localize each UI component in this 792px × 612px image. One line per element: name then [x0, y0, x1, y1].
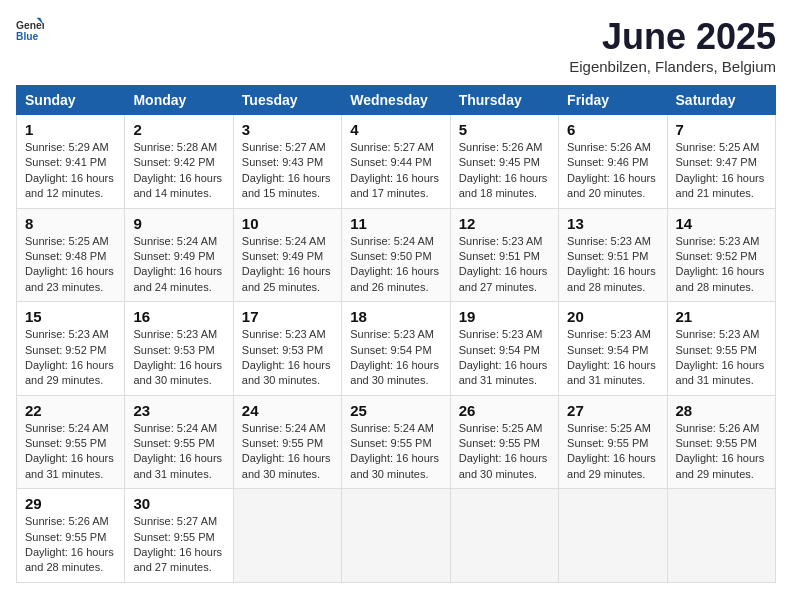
day-info: Sunrise: 5:28 AM Sunset: 9:42 PM Dayligh… — [133, 140, 224, 202]
sunrise-text: Sunrise: 5:23 AM — [25, 328, 109, 340]
sunrise-text: Sunrise: 5:24 AM — [25, 422, 109, 434]
day-number: 21 — [676, 308, 767, 325]
table-row: 6 Sunrise: 5:26 AM Sunset: 9:46 PM Dayli… — [559, 115, 667, 209]
sunrise-text: Sunrise: 5:26 AM — [25, 515, 109, 527]
sunrise-text: Sunrise: 5:23 AM — [133, 328, 217, 340]
day-number: 30 — [133, 495, 224, 512]
daylight-text: Daylight: 16 hours and 31 minutes. — [25, 452, 114, 479]
daylight-text: Daylight: 16 hours and 12 minutes. — [25, 172, 114, 199]
table-row: 7 Sunrise: 5:25 AM Sunset: 9:47 PM Dayli… — [667, 115, 775, 209]
day-info: Sunrise: 5:24 AM Sunset: 9:50 PM Dayligh… — [350, 234, 441, 296]
sunrise-text: Sunrise: 5:27 AM — [133, 515, 217, 527]
sunset-text: Sunset: 9:55 PM — [459, 437, 540, 449]
sunrise-text: Sunrise: 5:24 AM — [242, 422, 326, 434]
daylight-text: Daylight: 16 hours and 26 minutes. — [350, 265, 439, 292]
day-info: Sunrise: 5:27 AM Sunset: 9:43 PM Dayligh… — [242, 140, 333, 202]
sunrise-text: Sunrise: 5:26 AM — [567, 141, 651, 153]
sunrise-text: Sunrise: 5:24 AM — [242, 235, 326, 247]
header: General Blue June 2025 Eigenbilzen, Flan… — [16, 16, 776, 75]
day-info: Sunrise: 5:23 AM Sunset: 9:51 PM Dayligh… — [567, 234, 658, 296]
sunrise-text: Sunrise: 5:28 AM — [133, 141, 217, 153]
sunset-text: Sunset: 9:54 PM — [350, 344, 431, 356]
table-row: 26 Sunrise: 5:25 AM Sunset: 9:55 PM Dayl… — [450, 395, 558, 489]
sunrise-text: Sunrise: 5:23 AM — [676, 235, 760, 247]
sunset-text: Sunset: 9:46 PM — [567, 156, 648, 168]
sunrise-text: Sunrise: 5:27 AM — [242, 141, 326, 153]
sunset-text: Sunset: 9:55 PM — [676, 344, 757, 356]
day-info: Sunrise: 5:29 AM Sunset: 9:41 PM Dayligh… — [25, 140, 116, 202]
day-number: 18 — [350, 308, 441, 325]
calendar-row: 15 Sunrise: 5:23 AM Sunset: 9:52 PM Dayl… — [17, 302, 776, 396]
sunrise-text: Sunrise: 5:26 AM — [459, 141, 543, 153]
daylight-text: Daylight: 16 hours and 29 minutes. — [25, 359, 114, 386]
table-row — [342, 489, 450, 583]
day-number: 17 — [242, 308, 333, 325]
sunset-text: Sunset: 9:49 PM — [133, 250, 214, 262]
day-number: 20 — [567, 308, 658, 325]
table-row — [559, 489, 667, 583]
daylight-text: Daylight: 16 hours and 31 minutes. — [567, 359, 656, 386]
table-row: 29 Sunrise: 5:26 AM Sunset: 9:55 PM Dayl… — [17, 489, 125, 583]
sunrise-text: Sunrise: 5:27 AM — [350, 141, 434, 153]
daylight-text: Daylight: 16 hours and 14 minutes. — [133, 172, 222, 199]
day-number: 3 — [242, 121, 333, 138]
sunrise-text: Sunrise: 5:23 AM — [459, 235, 543, 247]
day-number: 2 — [133, 121, 224, 138]
logo-icon: General Blue — [16, 16, 44, 44]
day-number: 28 — [676, 402, 767, 419]
table-row: 4 Sunrise: 5:27 AM Sunset: 9:44 PM Dayli… — [342, 115, 450, 209]
sunset-text: Sunset: 9:42 PM — [133, 156, 214, 168]
day-info: Sunrise: 5:23 AM Sunset: 9:54 PM Dayligh… — [350, 327, 441, 389]
title-area: June 2025 Eigenbilzen, Flanders, Belgium — [569, 16, 776, 75]
daylight-text: Daylight: 16 hours and 28 minutes. — [676, 265, 765, 292]
daylight-text: Daylight: 16 hours and 27 minutes. — [133, 546, 222, 573]
sunset-text: Sunset: 9:50 PM — [350, 250, 431, 262]
day-info: Sunrise: 5:24 AM Sunset: 9:55 PM Dayligh… — [133, 421, 224, 483]
day-info: Sunrise: 5:27 AM Sunset: 9:55 PM Dayligh… — [133, 514, 224, 576]
day-number: 7 — [676, 121, 767, 138]
daylight-text: Daylight: 16 hours and 31 minutes. — [459, 359, 548, 386]
table-row: 18 Sunrise: 5:23 AM Sunset: 9:54 PM Dayl… — [342, 302, 450, 396]
table-row: 10 Sunrise: 5:24 AM Sunset: 9:49 PM Dayl… — [233, 208, 341, 302]
calendar-header-row: Sunday Monday Tuesday Wednesday Thursday… — [17, 86, 776, 115]
calendar-row: 1 Sunrise: 5:29 AM Sunset: 9:41 PM Dayli… — [17, 115, 776, 209]
daylight-text: Daylight: 16 hours and 18 minutes. — [459, 172, 548, 199]
col-tuesday: Tuesday — [233, 86, 341, 115]
sunrise-text: Sunrise: 5:23 AM — [567, 235, 651, 247]
day-number: 26 — [459, 402, 550, 419]
col-wednesday: Wednesday — [342, 86, 450, 115]
daylight-text: Daylight: 16 hours and 27 minutes. — [459, 265, 548, 292]
day-number: 11 — [350, 215, 441, 232]
table-row: 24 Sunrise: 5:24 AM Sunset: 9:55 PM Dayl… — [233, 395, 341, 489]
day-info: Sunrise: 5:23 AM Sunset: 9:55 PM Dayligh… — [676, 327, 767, 389]
day-number: 12 — [459, 215, 550, 232]
table-row: 27 Sunrise: 5:25 AM Sunset: 9:55 PM Dayl… — [559, 395, 667, 489]
daylight-text: Daylight: 16 hours and 30 minutes. — [242, 452, 331, 479]
daylight-text: Daylight: 16 hours and 31 minutes. — [676, 359, 765, 386]
sunset-text: Sunset: 9:51 PM — [459, 250, 540, 262]
table-row: 15 Sunrise: 5:23 AM Sunset: 9:52 PM Dayl… — [17, 302, 125, 396]
sunset-text: Sunset: 9:45 PM — [459, 156, 540, 168]
sunrise-text: Sunrise: 5:24 AM — [350, 422, 434, 434]
daylight-text: Daylight: 16 hours and 21 minutes. — [676, 172, 765, 199]
table-row: 22 Sunrise: 5:24 AM Sunset: 9:55 PM Dayl… — [17, 395, 125, 489]
sunset-text: Sunset: 9:55 PM — [242, 437, 323, 449]
day-number: 5 — [459, 121, 550, 138]
sunset-text: Sunset: 9:54 PM — [459, 344, 540, 356]
sunrise-text: Sunrise: 5:23 AM — [350, 328, 434, 340]
col-friday: Friday — [559, 86, 667, 115]
day-number: 9 — [133, 215, 224, 232]
table-row: 16 Sunrise: 5:23 AM Sunset: 9:53 PM Dayl… — [125, 302, 233, 396]
sunset-text: Sunset: 9:54 PM — [567, 344, 648, 356]
day-number: 14 — [676, 215, 767, 232]
sunrise-text: Sunrise: 5:24 AM — [350, 235, 434, 247]
sunset-text: Sunset: 9:47 PM — [676, 156, 757, 168]
sunrise-text: Sunrise: 5:25 AM — [459, 422, 543, 434]
sunrise-text: Sunrise: 5:25 AM — [567, 422, 651, 434]
svg-text:General: General — [16, 20, 44, 31]
sunrise-text: Sunrise: 5:23 AM — [242, 328, 326, 340]
table-row: 9 Sunrise: 5:24 AM Sunset: 9:49 PM Dayli… — [125, 208, 233, 302]
daylight-text: Daylight: 16 hours and 30 minutes. — [242, 359, 331, 386]
day-number: 27 — [567, 402, 658, 419]
month-title: June 2025 — [569, 16, 776, 58]
